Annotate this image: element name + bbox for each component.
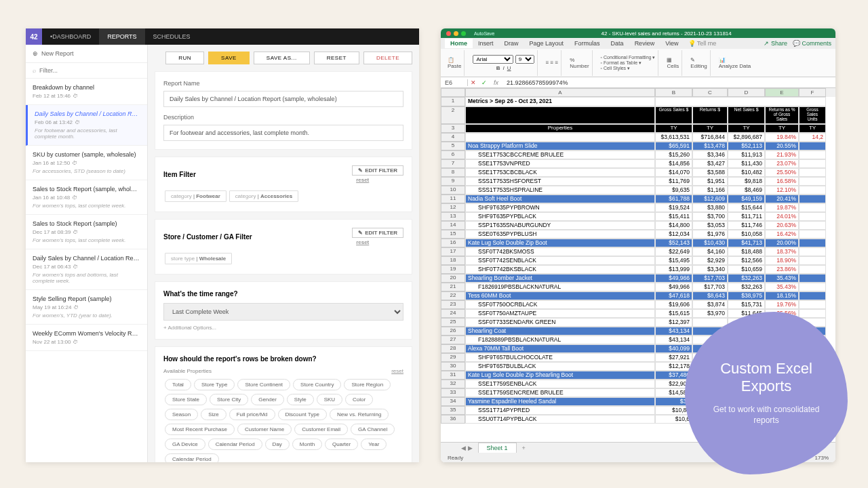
report-item[interactable]: Daily Sales by Channel / Location Report… [26, 249, 147, 290]
app-logo[interactable]: 42 [26, 28, 42, 45]
format-group[interactable]: ▫ Conditional Formatting ▾▫ Format as Ta… [598, 50, 659, 76]
filter-tag[interactable]: category | Footwear [165, 190, 226, 202]
nav-schedules[interactable]: SCHEDULES [145, 28, 199, 45]
number-group[interactable]: %Number [567, 50, 592, 76]
data-row[interactable]: 15SSE0T635PYPBLUSH$12,034$1,976$10,05816… [441, 230, 835, 239]
ribbon-tab[interactable]: Formulas [569, 39, 606, 48]
data-row[interactable]: 4$3,613,531$716,844$2,896,68719.84%14,2 [441, 133, 835, 142]
property-pill[interactable]: Month [292, 439, 322, 450]
delete-button[interactable]: DELETE [363, 52, 412, 64]
property-pill[interactable]: Calendar Period [208, 439, 262, 450]
save-as-button[interactable]: SAVE AS... [254, 52, 310, 64]
data-row[interactable]: 9SSS1T753SHSFOREST$11,769$1,951$9,81816.… [441, 177, 835, 186]
edit-store-filter-button[interactable]: ✎ EDIT FILTER [352, 228, 403, 238]
data-row[interactable]: 23SSF0T750OCRBLACK$19,606$3,874$15,73119… [441, 300, 835, 309]
reset-filter-link[interactable]: reset [356, 177, 369, 183]
search-input[interactable] [39, 67, 140, 74]
font-select[interactable]: Arial [473, 55, 513, 64]
property-pill[interactable]: Discount Type [278, 409, 328, 420]
property-pill[interactable]: Store Continent [237, 379, 290, 390]
report-item[interactable]: Daily Sales by Channel / Location Report… [26, 105, 147, 146]
data-row[interactable]: 10SSS1T753SHSPRALINE$9,635$1,166$8,46912… [441, 186, 835, 195]
report-item[interactable]: Breakdown by channelFeb 12 at 15:46 ⏱ [26, 79, 147, 105]
comments-button[interactable]: 💬 Comments [793, 40, 831, 47]
property-pill[interactable]: Day [265, 439, 290, 450]
filter-tag[interactable]: category | Accessories [229, 190, 298, 202]
tell-me[interactable]: 💡 Tell me [688, 40, 717, 47]
property-pill[interactable]: Full price/Md [229, 409, 275, 420]
zoom-level[interactable]: 173% [815, 455, 829, 461]
property-pill[interactable]: Store Type [194, 379, 235, 390]
report-item[interactable]: Style Selling Report (sample)May 19 at 1… [26, 290, 147, 325]
ribbon-tab[interactable]: Home [445, 39, 473, 48]
cancel-icon[interactable]: ✕ [468, 79, 479, 86]
data-row[interactable]: 8SSE1T753CBCBLACK$14,070$3,588$10,48225.… [441, 168, 835, 177]
time-range-select[interactable]: Last Complete Week [163, 303, 403, 321]
close-icon[interactable] [446, 31, 451, 36]
data-row[interactable]: 7SSE1T753VNPRED$14,856$3,427$11,43023.07… [441, 159, 835, 168]
data-row[interactable]: 16Kate Lug Sole Double Zip Boot$52,143$1… [441, 239, 835, 247]
property-pill[interactable]: SKU [317, 394, 342, 405]
report-name-input[interactable] [163, 91, 403, 107]
data-row[interactable]: 21F1826919PBSBLACKNATURAL$49,966$17,703$… [441, 283, 835, 291]
reset-props-link[interactable]: reset [391, 368, 403, 374]
property-pill[interactable]: Most Recent Purchase [165, 424, 235, 435]
data-row[interactable]: 19SHF0T742BKSBLACK$13,999$3,340$10,65923… [441, 265, 835, 274]
sheet-nav-icon[interactable]: ◀ ▶ [461, 445, 473, 451]
data-row[interactable]: 11Nadia Soft Heel Boot$61,788$12,609$49,… [441, 195, 835, 203]
data-row[interactable]: 17SSF0T742BKSMOSS$22,649$4,160$18,48818.… [441, 247, 835, 256]
property-pill[interactable]: Color [345, 394, 373, 405]
report-item[interactable]: Weekly EComm Women's Velocity ReportNov … [26, 325, 147, 351]
data-row[interactable]: 14SSP1T635SNABURGUNDY$14,800$3,053$11,74… [441, 221, 835, 230]
minimize-icon[interactable] [454, 31, 458, 36]
align-group[interactable]: ≡ ≡ ≡ [543, 50, 561, 76]
fx-icon[interactable]: fx [490, 79, 502, 86]
ribbon-tab[interactable]: Data [606, 39, 629, 48]
cells-group[interactable]: ▦Cells [664, 50, 682, 76]
share-button[interactable]: ↗ Share [764, 40, 787, 47]
ribbon-tab[interactable]: Draw [499, 39, 524, 48]
ribbon-tab[interactable]: Page Layout [524, 39, 570, 48]
property-pill[interactable]: Season [165, 409, 198, 420]
data-row[interactable]: 12SHF9T635PYPBROWN$19,524$3,880$15,64419… [441, 203, 835, 212]
nav-dashboard[interactable]: • DASHBOARD [42, 28, 99, 45]
underline-icon[interactable]: U [507, 65, 511, 71]
add-sheet-icon[interactable]: + [517, 445, 531, 451]
property-pill[interactable]: Store Country [293, 379, 341, 390]
data-row[interactable]: 20Shearling Bomber Jacket$49,966$17,703$… [441, 274, 835, 283]
property-pill[interactable]: Quarter [325, 439, 358, 450]
data-row[interactable]: 5Noa Strappy Platform Slide$65,591$13,47… [441, 142, 835, 150]
property-pill[interactable]: Customer Email [294, 424, 348, 435]
sidebar-search[interactable]: ⌕ [26, 63, 147, 79]
editing-group[interactable]: ✎Editing [688, 50, 710, 76]
desc-input[interactable] [163, 125, 403, 141]
save-button[interactable]: SAVE [208, 52, 250, 64]
size-select[interactable]: 9 [515, 55, 534, 64]
accept-icon[interactable]: ✓ [479, 79, 490, 86]
new-report-button[interactable]: ⊕ New Report [26, 45, 147, 63]
analyze-group[interactable]: 📊Analyze Data [716, 50, 754, 76]
property-pill[interactable]: Store City [210, 394, 248, 405]
report-item[interactable]: Sales to Stock Report (sample)Dec 17 at … [26, 215, 147, 249]
data-row[interactable]: 6SSE1T753CBCCREME BRULEE$15,260$3,346$11… [441, 150, 835, 159]
property-pill[interactable]: GA Channel [351, 424, 395, 435]
report-item[interactable]: SKU by customer (sample, wholesale)Jan 1… [26, 146, 147, 180]
property-pill[interactable]: New vs. Returning [330, 409, 389, 420]
data-row[interactable]: 18SSF0T742SENBLACK$15,495$2,929$12,56618… [441, 256, 835, 265]
edit-filter-button[interactable]: ✎ EDIT FILTER [352, 165, 403, 176]
sheet-tab[interactable]: Sheet 1 [478, 443, 517, 453]
nav-reports[interactable]: REPORTS [99, 28, 144, 45]
reset-button[interactable]: RESET [314, 52, 359, 64]
property-pill[interactable]: Customer Name [237, 424, 292, 435]
property-pill[interactable]: Size [201, 409, 226, 420]
cell-reference[interactable]: E6 [441, 79, 468, 86]
property-pill[interactable]: Store State [165, 394, 207, 405]
property-pill[interactable]: Store Region [344, 379, 391, 390]
ribbon-tab[interactable]: View [660, 39, 684, 48]
bold-icon[interactable]: B [496, 65, 500, 71]
ribbon-tab[interactable]: Review [629, 39, 660, 48]
autosave-toggle[interactable]: AutoSave [474, 31, 494, 36]
maximize-icon[interactable] [461, 31, 466, 36]
property-pill[interactable]: Style [287, 394, 314, 405]
italic-icon[interactable]: I [502, 65, 504, 71]
